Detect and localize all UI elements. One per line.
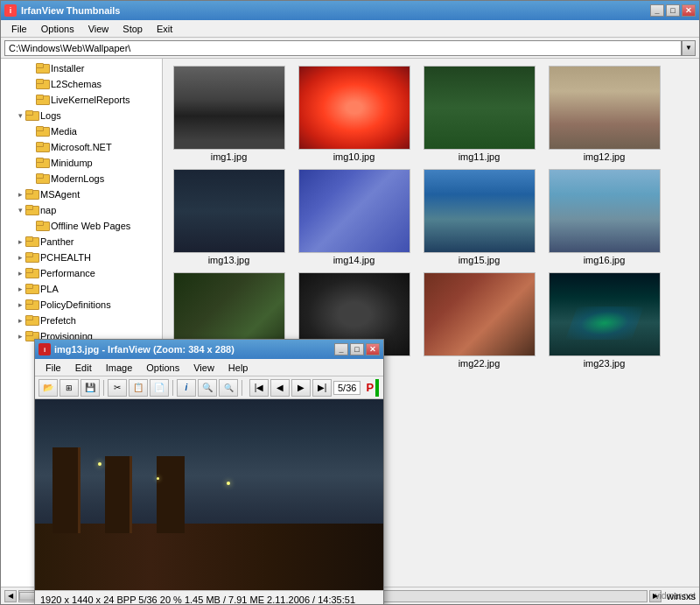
- toolbar-sep-3: [242, 380, 242, 396]
- sidebar-item-logs[interactable]: ▾ Logs: [1, 108, 162, 123]
- scroll-left-button[interactable]: ◀: [4, 590, 17, 602]
- sidebar-item-livekernelreports[interactable]: LiveKernelReports: [1, 92, 162, 108]
- minimize-button[interactable]: _: [650, 4, 664, 17]
- sidebar-item-performance[interactable]: ▸ Performance: [1, 265, 162, 281]
- menu-exit[interactable]: Exit: [150, 22, 179, 36]
- sidebar-item-media[interactable]: Media: [1, 123, 162, 139]
- thumb-label-img14: img14.jpg: [333, 255, 375, 265]
- toolbar-prev-button[interactable]: ◀: [270, 379, 290, 397]
- sidebar-item-policydefinitions[interactable]: ▸ PolicyDefinitions: [1, 297, 162, 313]
- popup-restore-button[interactable]: □: [350, 343, 364, 355]
- toolbar-copy-button[interactable]: 📋: [129, 379, 148, 397]
- folder-icon: [25, 284, 38, 294]
- popup-title-text: img13.jpg - IrfanView (Zoom: 384 x 288): [54, 344, 334, 355]
- popup-menu-edit[interactable]: Edit: [68, 361, 99, 375]
- restore-button[interactable]: □: [666, 4, 680, 17]
- expand-icon: ▸: [15, 252, 25, 263]
- sidebar-item-prefetch[interactable]: ▸ Prefetch: [1, 313, 162, 328]
- menu-view[interactable]: View: [81, 22, 116, 36]
- toolbar-zoomin-button[interactable]: 🔍: [198, 379, 217, 397]
- sidebar-item-pchealth[interactable]: ▸ PCHEALTH: [1, 250, 162, 265]
- sidebar-item-msagent[interactable]: ▸ MSAgent: [1, 186, 162, 202]
- thumb-item-img14[interactable]: img14.jpg: [295, 169, 413, 265]
- sidebar-item-pla[interactable]: ▸ PLA: [1, 281, 162, 297]
- thumb-item-img15[interactable]: img15.jpg: [420, 169, 538, 265]
- folder-icon: [25, 110, 38, 121]
- popup-title-bar: i img13.jpg - IrfanView (Zoom: 384 x 288…: [35, 340, 383, 359]
- sidebar-item-label: Installer: [51, 63, 85, 74]
- popup-app-icon: i: [38, 343, 51, 355]
- sidebar-item-nap[interactable]: ▾ nap: [1, 202, 162, 218]
- popup-close-button[interactable]: ✕: [366, 343, 380, 355]
- sidebar-item-panther[interactable]: ▸ Panther: [1, 234, 162, 250]
- sidebar-item-label: Performance: [40, 268, 95, 278]
- toolbar-open-button[interactable]: 📂: [38, 379, 58, 397]
- sidebar-item-installer[interactable]: Installer: [1, 60, 162, 76]
- bridge-pillar-1: [52, 447, 80, 533]
- sidebar-item-minidump[interactable]: Minidump: [1, 155, 162, 171]
- toolbar-paste-button[interactable]: 📄: [150, 379, 169, 397]
- popup-menu-image[interactable]: Image: [99, 361, 140, 375]
- expand-icon: [25, 126, 36, 137]
- sidebar-item-label: Media: [51, 126, 77, 137]
- thumb-label-img23: img23.jpg: [584, 358, 626, 369]
- thumb-item-img23[interactable]: img23.jpg: [545, 272, 663, 369]
- folder-icon: [36, 63, 48, 74]
- folder-icon: [25, 315, 38, 326]
- thumb-item-img12[interactable]: img12.jpg: [545, 66, 663, 162]
- popup-image-area[interactable]: [35, 399, 383, 590]
- expand-icon: [25, 142, 36, 152]
- thumb-item-img11[interactable]: img11.jpg: [420, 66, 538, 162]
- toolbar-zoomout-button[interactable]: 🔍: [219, 379, 238, 397]
- sidebar-item-microsoftnet[interactable]: Microsoft.NET: [1, 139, 162, 155]
- toolbar-info-button[interactable]: i: [177, 379, 196, 397]
- thumb-image-img12: [549, 66, 661, 150]
- thumb-item-img22[interactable]: img22.jpg: [420, 272, 538, 369]
- sidebar-item-modernlogs[interactable]: ModernLogs: [1, 171, 162, 186]
- thumb-label-img1: img1.jpg: [211, 151, 248, 162]
- menu-options[interactable]: Options: [34, 22, 81, 36]
- popup-menu-bar: File Edit Image Options View Help: [35, 359, 383, 376]
- expand-icon: ▾: [15, 110, 25, 121]
- thumb-item-img16[interactable]: img16.jpg: [545, 169, 663, 265]
- thumb-item-img13[interactable]: img13.jpg: [170, 169, 288, 265]
- menu-stop[interactable]: Stop: [116, 22, 150, 36]
- bridge-pillar-2: [105, 456, 133, 532]
- light-3: [227, 482, 230, 485]
- expand-icon: ▸: [15, 268, 25, 278]
- sidebar-item-label: LiveKernelReports: [51, 95, 130, 105]
- thumb-label-img15: img15.jpg: [458, 255, 500, 265]
- toolbar-nav: |◀ ◀ ▶ ▶|: [249, 379, 332, 397]
- menu-file[interactable]: File: [4, 22, 34, 36]
- thumb-item-img10[interactable]: img10.jpg: [295, 66, 413, 162]
- toolbar-last-button[interactable]: ▶|: [312, 379, 332, 397]
- sidebar-item-offlinewebpages[interactable]: Offline Web Pages: [1, 218, 162, 234]
- folder-icon: [25, 205, 38, 215]
- toolbar-save-button[interactable]: 💾: [80, 379, 100, 397]
- expand-icon: [25, 95, 36, 105]
- aurora-effect: [565, 306, 643, 340]
- app-icon: i: [4, 4, 17, 17]
- toolbar-cut-button[interactable]: ✂: [108, 379, 127, 397]
- toolbar-first-button[interactable]: |◀: [249, 379, 269, 397]
- close-button[interactable]: ✕: [682, 4, 696, 17]
- sidebar-item-l2schemas[interactable]: L2Schemas: [1, 76, 162, 92]
- address-input[interactable]: [4, 40, 682, 56]
- popup-minimize-button[interactable]: _: [334, 343, 348, 355]
- popup-menu-view[interactable]: View: [186, 361, 221, 375]
- popup-window-controls: _ □ ✕: [334, 343, 380, 355]
- thumb-item-img1[interactable]: img1.jpg: [170, 66, 288, 162]
- popup-menu-file[interactable]: File: [38, 361, 68, 375]
- light-2: [157, 477, 159, 480]
- address-dropdown[interactable]: ▼: [682, 40, 696, 56]
- folder-icon: [25, 189, 38, 200]
- toolbar-thumb-button[interactable]: ⊞: [60, 379, 79, 397]
- popup-menu-help[interactable]: Help: [221, 361, 256, 375]
- sidebar-item-label: Offline Web Pages: [51, 221, 130, 231]
- thumb-label-img16: img16.jpg: [584, 255, 626, 265]
- sidebar-item-label: Panther: [40, 236, 74, 247]
- popup-menu-options[interactable]: Options: [139, 361, 186, 375]
- folder-icon: [25, 268, 38, 278]
- folder-icon: [25, 236, 38, 247]
- toolbar-next-button[interactable]: ▶: [291, 379, 311, 397]
